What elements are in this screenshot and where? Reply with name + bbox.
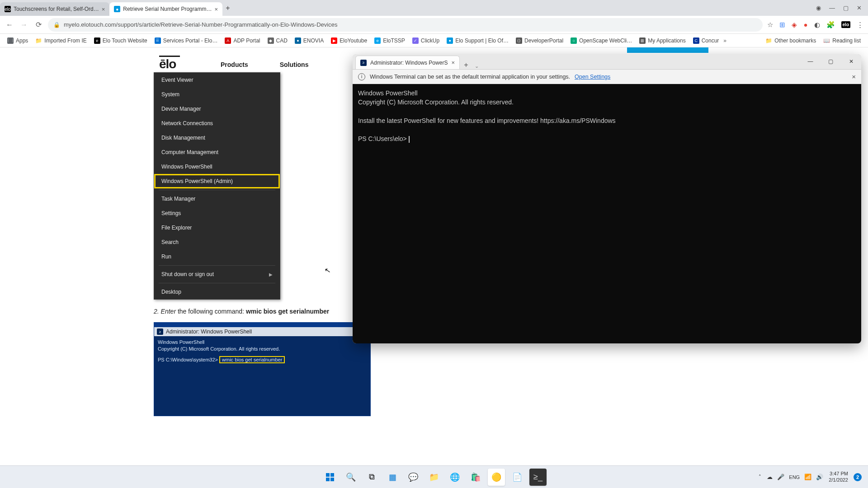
winx-powershell: Windows PowerShell (154, 160, 280, 174)
tray-wifi-icon[interactable]: 📶 (804, 474, 811, 480)
chrome-maximize[interactable]: ▢ (843, 5, 849, 11)
winx-network-connections: Network Connections (154, 116, 280, 131)
terminal-close[interactable]: ✕ (841, 54, 861, 69)
winx-system: System (154, 87, 280, 102)
bookmark-elotssp[interactable]: eEloTSSP (372, 36, 408, 45)
ext-3-icon[interactable]: ● (803, 21, 807, 28)
bookmark-adp[interactable]: AADP Portal (222, 36, 263, 45)
terminal-open-settings-link[interactable]: Open Settings (575, 74, 610, 80)
chrome-minimize[interactable]: — (829, 5, 835, 11)
chrome-toolbar: ← → ⟳ 🔒 myelo.elotouch.com/support/s/art… (0, 16, 868, 34)
powershell-tab-icon: ≥ (360, 60, 367, 66)
terminal-tab-close[interactable]: × (451, 59, 455, 66)
terminal-tab-bar: ≥ Administrator: Windows PowerS × + ⌄ — … (353, 54, 861, 70)
start-button[interactable] (321, 469, 339, 486)
terminal-tab-title: Administrator: Windows PowerS (370, 60, 448, 66)
powershell-icon: ≥ (157, 328, 163, 335)
bookmark-services-portal[interactable]: ⠿Services Portal - Elo… (152, 36, 221, 45)
browser-tab-2[interactable]: ● Retrieve Serial Number Programm… × (109, 2, 222, 16)
winx-menu-image: Event Viewer System Device Manager Netwo… (154, 72, 280, 300)
taskbar-search[interactable]: 🔍 (342, 469, 359, 486)
tray-onedrive-icon[interactable]: ☁ (767, 474, 773, 480)
taskbar-chrome[interactable]: 🟡 (488, 469, 505, 486)
tab-favicon-1: elo (5, 6, 11, 12)
winx-desktop: Desktop (154, 285, 280, 299)
bookmark-apps[interactable]: ⋮⋮Apps (5, 36, 31, 45)
forward-button[interactable]: → (19, 21, 29, 29)
tab-favicon-2: ● (114, 6, 120, 12)
nav-products[interactable]: Products (221, 61, 248, 68)
winx-file-explorer: File Explorer (154, 221, 280, 235)
taskbar-file-explorer[interactable]: 📁 (425, 469, 443, 486)
tab-close-2[interactable]: × (214, 6, 218, 13)
winx-disk-management: Disk Management (154, 131, 280, 145)
taskbar-notifications[interactable]: 2 (854, 473, 862, 481)
info-icon: i (358, 73, 365, 80)
address-bar[interactable]: 🔒 myelo.elotouch.com/support/s/article/R… (48, 18, 763, 32)
nav-solutions[interactable]: Solutions (280, 61, 309, 68)
lock-icon: 🔒 (53, 22, 60, 28)
bookmark-openscape[interactable]: ○OpenScape WebCli… (568, 36, 635, 45)
chrome-close[interactable]: ✕ (857, 5, 862, 11)
ext-4-icon[interactable]: ◐ (814, 21, 820, 29)
contact-strip (627, 47, 708, 53)
bookmark-overflow[interactable]: » (723, 38, 726, 44)
winx-settings: Settings (154, 206, 280, 221)
reload-button[interactable]: ⟳ (33, 20, 43, 29)
powershell-screenshot-image: ≥ Administrator: Windows PowerShell Wind… (154, 322, 371, 416)
other-bookmarks[interactable]: 📁Other bookmarks (763, 36, 819, 45)
tray-volume-icon[interactable]: 🔊 (816, 474, 823, 480)
bookmark-imported[interactable]: 📁Imported From IE (33, 36, 89, 45)
taskbar-chat[interactable]: 💬 (405, 469, 422, 486)
windows-terminal-window[interactable]: ≥ Administrator: Windows PowerS × + ⌄ — … (353, 54, 861, 343)
bookmark-clickup[interactable]: ✓ClickUp (410, 36, 442, 45)
terminal-minimize[interactable]: — (800, 54, 821, 69)
bookmark-devportal[interactable]: ⟨⟩DeveloperPortal (513, 36, 566, 45)
back-button[interactable]: ← (5, 21, 14, 29)
bookmark-cad[interactable]: ◆CAD (265, 36, 290, 45)
chrome-profile-icon[interactable]: ◉ (816, 5, 821, 11)
bookmark-enovia[interactable]: ●ENOVIA (292, 36, 326, 45)
terminal-tab[interactable]: ≥ Administrator: Windows PowerS × (355, 56, 460, 69)
tray-mic-icon[interactable]: 🎤 (777, 474, 784, 480)
taskbar-overflow-icon[interactable]: ˄ (759, 474, 761, 480)
browser-tab-1[interactable]: elo Touchscreens for Retail, Self-Ord… × (0, 2, 109, 16)
reading-list[interactable]: 📖Reading list (821, 36, 863, 45)
taskbar-edge[interactable]: 🌐 (446, 469, 463, 486)
terminal-cursor (409, 136, 410, 143)
taskbar-widgets[interactable]: ▦ (384, 469, 401, 486)
terminal-maximize[interactable]: ▢ (821, 54, 841, 69)
winx-search: Search (154, 235, 280, 249)
new-tab-button[interactable]: + (222, 4, 233, 12)
chevron-right-icon: ▶ (269, 272, 273, 277)
terminal-info-close[interactable]: × (852, 73, 856, 80)
terminal-info-text: Windows Terminal can be set as the defau… (370, 74, 570, 80)
elo-logo[interactable]: ēlo (159, 56, 180, 73)
tab-close-1[interactable]: × (102, 6, 105, 13)
elo-ext-icon[interactable]: elo (841, 21, 850, 28)
extensions-icon[interactable]: 🧩 (826, 21, 835, 29)
ext-1-icon[interactable]: ⊞ (779, 21, 785, 29)
windows-taskbar[interactable]: 🔍 ⧉ ▦ 💬 📁 🌐 🛍️ 🟡 📄 ≥_ ˄ ☁ 🎤 ENG 📶 🔊 3:47… (0, 465, 868, 488)
star-icon[interactable]: ☆ (767, 21, 773, 29)
taskbar-store[interactable]: 🛍️ (467, 469, 484, 486)
bookmark-concur[interactable]: CConcur (690, 36, 722, 45)
winx-run: Run (154, 249, 280, 264)
taskbar-terminal[interactable]: ≥_ (529, 469, 547, 486)
winx-device-manager: Device Manager (154, 102, 280, 116)
terminal-body[interactable]: Windows PowerShell Copyright (C) Microso… (353, 84, 861, 343)
ext-2-icon[interactable]: ◈ (792, 21, 797, 29)
chrome-menu-icon[interactable]: ⋮ (857, 21, 863, 29)
taskbar-task-view[interactable]: ⧉ (363, 469, 380, 486)
bookmark-elotouch[interactable]: eElo Touch Website (91, 36, 150, 45)
url-text: myelo.elotouch.com/support/s/article/Ret… (64, 21, 337, 28)
taskbar-notepad[interactable]: 📄 (509, 469, 526, 486)
bookmark-eloyoutube[interactable]: ▶EloYoutube (328, 36, 370, 45)
tab-title-1: Touchscreens for Retail, Self-Ord… (14, 6, 99, 12)
terminal-tab-dropdown[interactable]: ⌄ (472, 63, 481, 69)
bookmark-myapps[interactable]: ⊞My Applications (637, 36, 688, 45)
terminal-new-tab[interactable]: + (460, 61, 472, 69)
tray-language-icon[interactable]: ENG (789, 474, 800, 480)
taskbar-clock[interactable]: 3:47 PM 2/1/2022 (829, 471, 848, 483)
bookmark-elosupport[interactable]: ●Elo Support | Elo Of… (444, 36, 511, 45)
